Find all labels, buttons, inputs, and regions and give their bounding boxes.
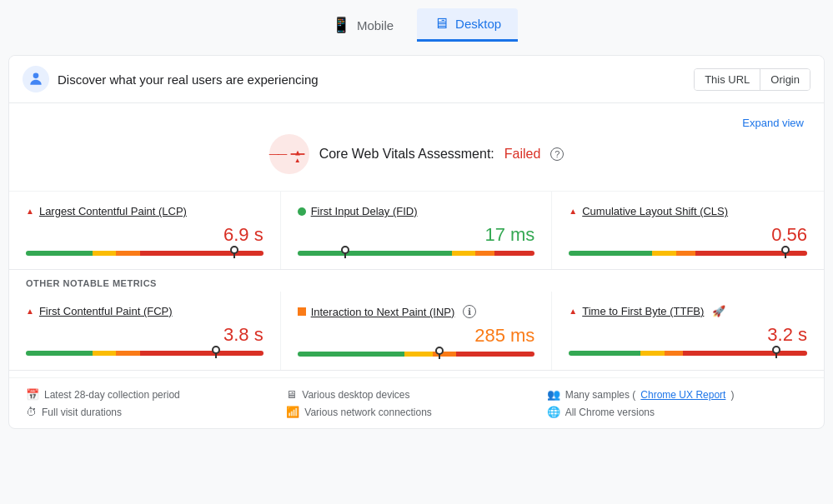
metric-cell-inp: Interaction to Next Paint (INP) ℹ 285 ms xyxy=(281,292,553,370)
tab-mobile[interactable]: 📱 Mobile xyxy=(315,8,410,42)
progress-bar-fid xyxy=(298,251,535,256)
view-tabs: 📱 Mobile 🖥 Desktop xyxy=(8,8,825,42)
progress-marker-lcp xyxy=(233,248,235,258)
metric-value-inp: 285 ms xyxy=(298,325,535,347)
metric-link-fcp[interactable]: First Contentful Paint (FCP) xyxy=(39,305,173,317)
origin-button[interactable]: Origin xyxy=(760,69,810,90)
metric-link-cls[interactable]: Cumulative Layout Shift (CLS) xyxy=(582,205,728,217)
triangle-red-icon: ▲ xyxy=(26,207,34,216)
progress-bar-fcp xyxy=(26,351,263,356)
footer-icon-5: 🌐 xyxy=(547,406,560,418)
metric-link-inp[interactable]: Interaction to Next Paint (INP) xyxy=(311,306,455,318)
triangle-red-icon: ▲ xyxy=(569,207,577,216)
progress-marker-fcp xyxy=(215,348,217,358)
assessment-area: Expand view Core Web Vitals Assessment: … xyxy=(9,103,824,192)
progress-bar-inp xyxy=(298,352,535,357)
metric-link-ttfb[interactable]: Time to First Byte (TTFB) xyxy=(582,305,704,317)
other-metrics-label: OTHER NOTABLE METRICS xyxy=(9,270,824,292)
footer-item-5: 🌐 All Chrome versions xyxy=(547,406,807,418)
footer-item-0: 📅 Latest 28-day collection period xyxy=(26,388,286,401)
triangle-red-icon: ▲ xyxy=(26,307,34,316)
metric-label-fcp: ▲ First Contentful Paint (FCP) xyxy=(26,305,263,317)
url-toggle: This URL Origin xyxy=(694,68,810,91)
svg-point-0 xyxy=(33,73,39,79)
metric-link-fid[interactable]: First Input Delay (FID) xyxy=(311,205,418,217)
metric-value-fcp: 3.8 s xyxy=(26,324,263,346)
footer-info: 📅 Latest 28-day collection period 🖥 Vari… xyxy=(9,377,824,428)
section-description: Discover what your real users are experi… xyxy=(58,72,319,87)
progress-marker-ttfb xyxy=(775,348,777,358)
mobile-icon: 📱 xyxy=(332,16,350,34)
progress-bar-cls xyxy=(569,251,807,256)
progress-bar-ttfb xyxy=(569,351,807,356)
assessment-row: Core Web Vitals Assessment: Failed ? xyxy=(269,134,565,174)
footer-icon-2: 👥 xyxy=(547,388,560,401)
metric-value-ttfb: 3.2 s xyxy=(569,324,807,346)
metric-cell-fid: First Input Delay (FID) 17 ms xyxy=(281,192,553,269)
info-icon[interactable]: ℹ xyxy=(463,305,476,318)
footer-item-4: 📶 Various network connections xyxy=(286,406,546,418)
progress-marker-inp xyxy=(439,349,440,359)
assessment-help-icon[interactable]: ? xyxy=(550,147,564,161)
footer-item-1: 🖥 Various desktop devices xyxy=(286,388,546,401)
progress-marker-cls xyxy=(785,248,786,258)
footer-icon-4: 📶 xyxy=(286,406,299,418)
footer-icon-0: 📅 xyxy=(26,388,39,401)
header-left: Discover what your real users are experi… xyxy=(23,66,319,92)
expand-view-link[interactable]: Expand view xyxy=(742,117,804,129)
footer-text-0: Latest 28-day collection period xyxy=(44,389,180,401)
assessment-icon xyxy=(269,134,309,174)
footer-text-5: All Chrome versions xyxy=(565,407,655,418)
footer-text-3: Full visit durations xyxy=(42,407,122,418)
dot-green-icon xyxy=(298,207,306,216)
metric-value-fid: 17 ms xyxy=(298,224,535,246)
triangle-red-icon: ▲ xyxy=(569,307,577,316)
footer-text-1: Various desktop devices xyxy=(302,389,409,401)
footer-icon-3: ⏱ xyxy=(26,406,37,418)
avatar xyxy=(23,66,49,92)
core-metrics-grid: ▲ Largest Contentful Paint (LCP) 6.9 s F… xyxy=(9,192,824,270)
metric-label-fid: First Input Delay (FID) xyxy=(298,205,535,217)
metric-cell-lcp: ▲ Largest Contentful Paint (LCP) 6.9 s xyxy=(9,192,281,269)
footer-item-2: 👥 Many samples (Chrome UX Report) xyxy=(547,388,807,401)
square-orange-icon xyxy=(298,307,306,316)
footer-link-2[interactable]: Chrome UX Report xyxy=(640,389,725,401)
other-metrics-grid: ▲ First Contentful Paint (FCP) 3.8 s Int… xyxy=(9,292,824,371)
metric-label-inp: Interaction to Next Paint (INP) ℹ xyxy=(298,305,535,318)
progress-bar-lcp xyxy=(26,251,263,256)
assessment-status: Failed xyxy=(504,147,541,162)
assessment-title: Core Web Vitals Assessment: xyxy=(319,147,494,162)
this-url-button[interactable]: This URL xyxy=(695,69,760,90)
metric-label-ttfb: ▲ Time to First Byte (TTFB) 🚀 xyxy=(569,305,807,317)
metric-cell-cls: ▲ Cumulative Layout Shift (CLS) 0.56 xyxy=(552,192,824,269)
footer-text-4: Various network connections xyxy=(304,407,432,418)
progress-marker-fid xyxy=(344,248,346,258)
metric-link-lcp[interactable]: Largest Contentful Paint (LCP) xyxy=(39,205,187,217)
metric-cell-fcp: ▲ First Contentful Paint (FCP) 3.8 s xyxy=(9,292,281,370)
footer-item-3: ⏱ Full visit durations xyxy=(26,406,286,418)
desktop-icon: 🖥 xyxy=(434,15,449,32)
metric-label-lcp: ▲ Largest Contentful Paint (LCP) xyxy=(26,205,263,217)
main-card: Discover what your real users are experi… xyxy=(8,55,825,429)
metric-value-cls: 0.56 xyxy=(569,224,807,246)
extra-icon: 🚀 xyxy=(712,305,725,317)
section-header: Discover what your real users are experi… xyxy=(9,56,824,103)
tab-desktop[interactable]: 🖥 Desktop xyxy=(417,8,518,42)
metric-value-lcp: 6.9 s xyxy=(26,224,263,246)
footer-icon-1: 🖥 xyxy=(286,388,297,401)
metric-label-cls: ▲ Cumulative Layout Shift (CLS) xyxy=(569,205,807,217)
metric-cell-ttfb: ▲ Time to First Byte (TTFB) 🚀 3.2 s xyxy=(552,292,824,370)
